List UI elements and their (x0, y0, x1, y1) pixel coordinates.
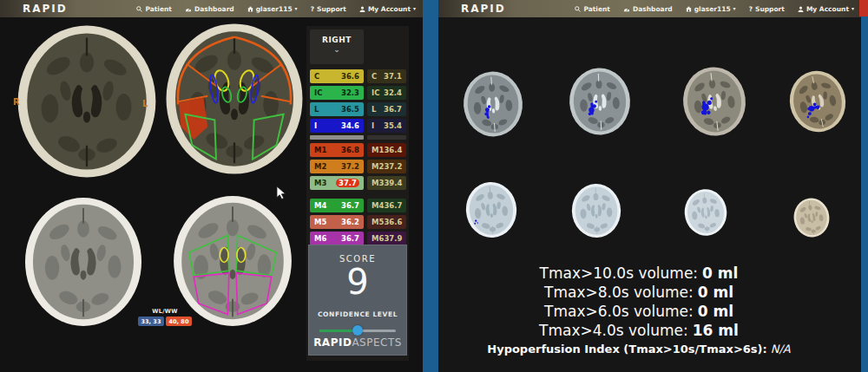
tmax-slice-3[interactable] (676, 49, 752, 153)
aspects-row-m4-selected: M436.7 (310, 199, 364, 212)
row-group-gap (310, 193, 364, 199)
question-icon: ? (749, 5, 753, 13)
aspects-row-i-selected: I34.6 (310, 119, 364, 133)
rapid-logo: RAPID (461, 3, 506, 15)
row-group-gap (367, 193, 406, 199)
chevron-down-icon: ⌄ (310, 46, 364, 53)
score-value: 9 (309, 264, 406, 300)
aspects-row-ic-selected: IC32.3 (310, 86, 364, 100)
tmax-slice-4[interactable] (780, 52, 855, 150)
nav-dashboard[interactable]: Dashboard (623, 5, 673, 13)
app-header: RAPID Patient Dashboard glaser115 ▾ ? (438, 0, 861, 17)
nav-support[interactable]: ? Support (749, 5, 785, 13)
aspects-right-hemisphere-column: C36.6IC32.3L36.5I34.6M136.8M237.2M337.7M… (310, 69, 364, 248)
perfusion-slice-3[interactable] (682, 186, 730, 239)
header-nav: Patient Dashboard glaser115 ▾ ? Support (136, 0, 416, 17)
wlww-preset-button-1[interactable]: 33, 33 (138, 317, 164, 326)
dual-monitor-capture: RAPID Patient Dashboard glaser115 ▾ ? (0, 0, 868, 372)
wlww-label: WL/WW (138, 308, 192, 315)
aspects-row-l-selected: L36.5 (310, 102, 364, 116)
tmax-8-line: Tmax>8.0s volume:0 ml (438, 283, 839, 302)
left-monitor: RAPID Patient Dashboard glaser115 ▾ ? (0, 0, 423, 372)
aspects-row-i-contralateral: I35.4 (367, 119, 406, 133)
chevron-down-icon: ▾ (852, 6, 854, 11)
tmax-6-value: 0 ml (698, 303, 733, 320)
dashboard-icon (623, 6, 630, 12)
nav-site-selector[interactable]: glaser115 ▾ (686, 5, 736, 13)
chevron-down-icon: ▾ (733, 6, 736, 11)
aspects-row-m2-contralateral: M237.2 (367, 160, 406, 173)
search-icon (575, 6, 581, 12)
aspects-row-m5-contralateral: M536.6 (367, 215, 406, 229)
slider-thumb[interactable] (352, 325, 363, 336)
aspects-row-l-contralateral: L36.7 (367, 102, 406, 116)
site-icon (247, 6, 253, 12)
hypoperfusion-index-value: N/A (771, 343, 791, 356)
nav-my-account[interactable]: My Account ▾ (798, 5, 854, 13)
perfusion-slice-2[interactable] (570, 179, 622, 242)
app-header: RAPID Patient Dashboard glaser115 ▾ ? (0, 0, 423, 17)
aspects-row-m3-selected: M337.7 (310, 176, 364, 190)
chevron-down-icon: ▾ (295, 6, 298, 11)
aspects-row-m1-selected: M136.8 (310, 143, 364, 157)
aspects-row-m5-selected: M536.2 (310, 215, 364, 229)
tmax-slice-2[interactable] (566, 52, 634, 151)
nav-support[interactable]: ? Support (311, 5, 346, 13)
right-monitor: RAPID Patient Dashboard glaser115 ▾ ? (438, 0, 861, 372)
rapid-aspects-brand: RAPIDASPECTS (309, 336, 406, 349)
aspects-score-card: SCORE 9 CONFIDENCE LEVEL RAPIDASPECTS (308, 245, 407, 356)
aspects-row-c-contralateral: C37.1 (367, 69, 406, 83)
dashboard-icon (185, 6, 192, 12)
ct-slice-aspects-overlay-lower[interactable] (163, 22, 306, 176)
chevron-down-icon: ▾ (413, 6, 416, 11)
perfusion-slice-4[interactable] (791, 193, 833, 241)
tmax-10-value: 0 ml (702, 264, 738, 282)
aspects-left-hemisphere-column: C37.1IC32.4L36.7I35.4M136.4M237.2M339.4M… (367, 69, 406, 248)
recording-indicator (859, 0, 868, 16)
perfusion-slice-1[interactable] (463, 174, 519, 245)
nav-patient[interactable]: Patient (136, 5, 172, 13)
aspects-row-m6-contralateral: M637.9 (367, 232, 406, 245)
nav-my-account[interactable]: My Account ▾ (359, 5, 416, 13)
nav-patient[interactable]: Patient (575, 5, 610, 13)
ct-slice-ncct-lower[interactable] (14, 23, 160, 179)
aspects-row-m4-contralateral: M436.7 (367, 199, 406, 212)
confidence-label: CONFIDENCE LEVEL (309, 310, 406, 318)
aspects-row-m3-contralateral: M339.4 (367, 176, 406, 190)
confidence-slider[interactable] (319, 325, 396, 336)
tmax-10-line: Tmax>10.0s volume:0 ml (438, 264, 839, 283)
aspects-row-m1-contralateral: M136.4 (367, 143, 406, 157)
tmax-4-line: Tmax>4.0s volume:16 ml (438, 321, 839, 340)
aspects-row-ic-contralateral: IC32.4 (367, 86, 406, 100)
search-icon (136, 6, 142, 12)
user-icon (798, 6, 804, 12)
aspects-row-m6-selected: M636.7 (310, 232, 364, 245)
question-icon: ? (311, 5, 314, 13)
row-group-separator (310, 135, 364, 140)
rapid-logo: RAPID (23, 3, 68, 15)
tmax-6-line: Tmax>6.0s volume:0 ml (438, 302, 839, 321)
window-level-controls: WL/WW 33, 33 40, 80 (138, 308, 192, 326)
tmax-slice-1[interactable] (459, 54, 527, 155)
site-icon (686, 6, 692, 12)
tmax-volume-summary: Tmax>10.0s volume:0 ml Tmax>8.0s volume:… (438, 264, 839, 358)
tmax-8-value: 0 ml (698, 284, 733, 301)
header-nav: Patient Dashboard glaser115 ▾ ? Support (575, 0, 854, 17)
row-group-separator (367, 135, 406, 140)
nav-site-selector[interactable]: glaser115 ▾ (247, 5, 298, 13)
mouse-cursor (276, 186, 286, 200)
aspects-row-m2-selected: M237.2 (310, 160, 364, 173)
orientation-label-right: R (13, 97, 20, 107)
user-icon (359, 6, 365, 12)
aspects-panel: RIGHT ⌄ C36.6IC32.3L36.5I34.6M136.8M237.… (306, 26, 409, 361)
hemisphere-selector-dropdown[interactable]: RIGHT ⌄ (310, 29, 364, 64)
hypoperfusion-index-line: Hypoperfusion Index (Tmax>10s/Tmax>6s):N… (438, 341, 839, 358)
tmax-4-value: 16 ml (693, 322, 739, 339)
ct-slice-ncct-upper[interactable] (16, 196, 151, 328)
orientation-label-left: L (142, 99, 148, 108)
wlww-preset-button-2[interactable]: 40, 80 (166, 317, 192, 326)
aspects-row-c-selected: C36.6 (310, 69, 364, 83)
nav-dashboard[interactable]: Dashboard (185, 5, 234, 13)
